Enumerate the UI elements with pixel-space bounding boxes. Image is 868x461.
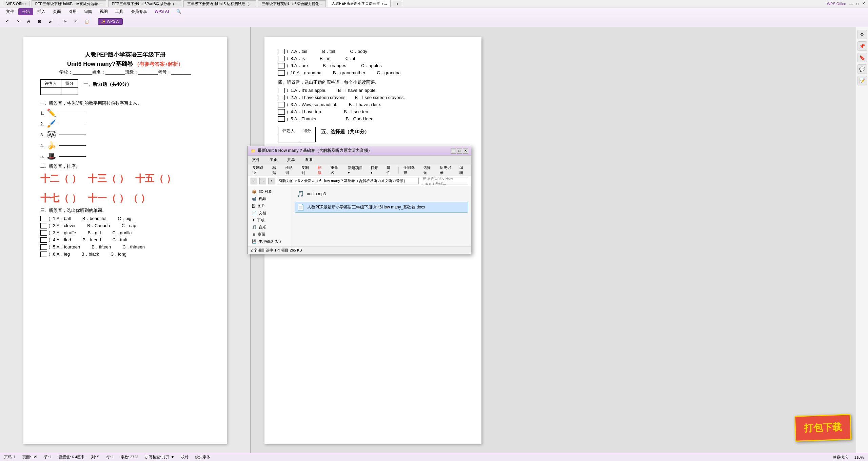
side-btn-3[interactable]: 🔖 [857,53,867,62]
fe-new-item-btn[interactable]: 新建项目 ▾ [346,164,367,176]
fe-address-bar[interactable]: 有听力的 > 6 > 最新Unit 6 How many？基础卷（含解析及听力原… [277,178,419,184]
paste-btn[interactable]: 📋 [81,18,92,25]
fe-search-box[interactable]: 在 最新Unit 6 How many？基础... [421,178,468,184]
status-zoom[interactable]: 110% [854,455,864,459]
fe-file-audio[interactable]: 🎵 audio.mp3 [295,189,468,199]
fe-tab-home[interactable]: 主页 [268,156,279,163]
fe-sidebar-pic[interactable]: 🖼图片 [248,202,292,209]
menu-file[interactable]: 文件 [3,8,18,15]
fe-up-btn[interactable]: ↑ [268,178,275,184]
fe-select-none-btn[interactable]: 选择无 [421,164,436,176]
right-row-9: ）9.A．are B．oranges C．apples [278,63,468,69]
copy-btn[interactable]: ⎘ [72,18,80,24]
fe-sidebar-download[interactable]: ⬇下载 [248,217,292,224]
side-toolbar: ⚙ 📌 🔖 💬 📝 [856,27,868,461]
fe-delete-btn[interactable]: 删除 [315,164,327,176]
fe-sidebar-3d[interactable]: 📦3D 对象 [248,188,292,195]
tab-wps[interactable]: WPS Office [3,1,29,6]
fe-forward-btn[interactable]: → [259,178,266,184]
q3-row-5: ）5.A．fourteen B．fifteen C．thirteen [40,244,210,250]
listen-item-2: 2. 🖌️ [40,119,210,128]
fe-close-btn[interactable]: ✕ [463,148,468,154]
wpsai-btn[interactable]: ✨ WPS AI [98,18,123,25]
menu-insert[interactable]: 插入 [34,8,49,15]
menu-home[interactable]: 开始 [18,8,33,15]
fe-back-btn[interactable]: ← [251,178,257,184]
tab-pep-new[interactable]: 人教PEP版最新小学英语三年（... [328,0,391,7]
tab-unit5[interactable]: 三年级下册英语通Unit5 达标测试卷（... [183,0,256,7]
fe-sidebar-doc[interactable]: 📄文档 [248,209,292,217]
pencil-icon: ✏️ [47,108,56,117]
status-bar: 页码: 1 页面: 1/9 节: 1 设置值: 6.4厘米 列: 5 行: 1 … [0,453,868,461]
menu-ref[interactable]: 引用 [65,8,80,15]
menu-page[interactable]: 页面 [50,8,64,15]
status-spell[interactable]: 拼写检查: 打开 ▼ [145,455,174,460]
tab-bar: WPS Office PEP三年级下册Unit6PartA双减分题卷（... P… [3,0,402,7]
fe-copy-btn[interactable]: 复制到 [299,164,314,176]
fe-paste-btn[interactable]: 粘贴 [270,164,282,176]
fe-history-btn[interactable]: 历史记录 [437,164,456,176]
fe-tab-file[interactable]: 文件 [251,156,261,163]
numbers-row: 十二（ ） 十三（ ） 十五（ ） 十七（ ） 十一（ ）（ ） [40,172,210,205]
tab-add[interactable]: + [393,1,402,6]
fe-maximize-btn[interactable]: □ [457,148,462,154]
fe-title: 📁 最新Unit 6 How many？基础卷（含解析及听力原文听力音频） [251,148,372,154]
toolbar: ↶ ↷ 🖨 ⊡ 🖌 ✂ ⎘ 📋 ✨ WPS AI [0,16,868,27]
cut-btn[interactable]: ✂ [61,18,70,25]
minimize-btn[interactable]: — [849,2,853,6]
fe-status-text: 2 个项目 选中 1 个项目 265 KB [251,248,302,253]
fe-move-btn[interactable]: 移动到 [283,164,298,176]
fe-titlebar: 📁 最新Unit 6 How many？基础卷（含解析及听力原文听力音频） — … [248,146,471,156]
status-page: 页码: 1 [4,455,16,460]
maximize-btn[interactable]: □ [856,2,859,6]
fe-file-docx[interactable]: 📄 人教PEP版最新小学英语三年级下册Unit6How many_基础卷.doc… [295,202,468,213]
print-preview-btn[interactable]: ⊡ [35,18,44,25]
tab-unit6-comp[interactable]: 三年级下册英语Unit6综合能力提化... [258,0,326,7]
redo-btn[interactable]: ↷ [13,18,22,25]
fe-file-docx-name: 人教PEP版最新小学英语三年级下册Unit6How many_基础卷.docx [307,204,425,210]
side-btn-4[interactable]: 💬 [857,64,867,74]
menu-member[interactable]: 会员专享 [127,8,151,15]
close-btn[interactable]: ✕ [862,1,865,6]
left-panel: 人教PEP版小学英语三年级下册 Unit6 How many?基础卷 （有参考答… [0,27,251,461]
side-btn-2[interactable]: 📌 [857,41,867,51]
q3-row-1: ）1.A．ball B．beautiful C．big [40,216,210,222]
fe-tab-view[interactable]: 查看 [303,156,314,163]
side-btn-1[interactable]: ⚙ [857,30,867,39]
score-header-reviewer: 评卷人 [41,80,61,88]
fe-properties-btn[interactable]: 属性 [384,164,396,176]
fe-open-btn[interactable]: 打开 ▾ [368,164,383,176]
fe-content: 📦3D 对象 📹视频 🖼图片 📄文档 ⬇下载 🎵音乐 🖥桌面 💾本地磁盘 (C:… [248,186,471,246]
status-col: 列: 5 [91,455,99,460]
left-doc-page: 人教PEP版小学英语三年级下册 Unit6 How many?基础卷 （有参考答… [23,37,227,444]
tab-unit6-partb[interactable]: PEP三年级下册Unit6PartB双减分卷（... [108,0,181,7]
q2-title: 二、听景音，排序。 [40,163,210,169]
print-btn[interactable]: 🖨 [24,18,34,24]
fe-copy-path-btn[interactable]: 复制路径 [250,164,269,176]
num-17: 十七（ ） [40,192,81,205]
fe-tab-share[interactable]: 共享 [286,156,297,163]
menu-search[interactable]: 🔍 [173,8,185,15]
login-btn[interactable]: WPS Office [827,2,846,6]
fe-sidebar-c[interactable]: 💾本地磁盘 (C:) [248,238,292,245]
fe-select-all-btn[interactable]: 全部选择 [401,164,420,176]
fe-sidebar-video[interactable]: 📹视频 [248,195,292,202]
right-top-rows: ）7.A．tail B．tall C．body ）8.A．is B．in C．i… [278,48,468,76]
format-brush-btn[interactable]: 🖌 [45,18,55,24]
fe-sidebar-music[interactable]: 🎵音乐 [248,224,292,231]
menu-tools[interactable]: 工具 [112,8,127,15]
fe-edit-btn[interactable]: 编辑 [457,164,469,176]
fe-minimize-btn[interactable]: — [451,148,456,154]
menu-wpsai[interactable]: WPS AI [151,8,172,15]
menu-view[interactable]: 视图 [96,8,111,15]
tab-unit6-parta[interactable]: PEP三年级下册Unit6PartA双减分题卷（... [32,0,106,7]
q4-title: 四、听景音，选出正确的应答语，每个小题读两遍。 [278,79,468,85]
side-btn-5[interactable]: 📝 [857,76,867,85]
status-row: 行: 1 [106,455,114,460]
download-badge[interactable]: 打包下载 [794,414,852,442]
menu-review[interactable]: 审阅 [81,8,96,15]
q3-row-2: ）2.A．clever B．Canada C．cap [40,223,210,229]
undo-btn[interactable]: ↶ [3,18,12,25]
fe-sidebar-desktop[interactable]: 🖥桌面 [248,231,292,238]
fe-rename-btn[interactable]: 重命名 [328,164,343,176]
